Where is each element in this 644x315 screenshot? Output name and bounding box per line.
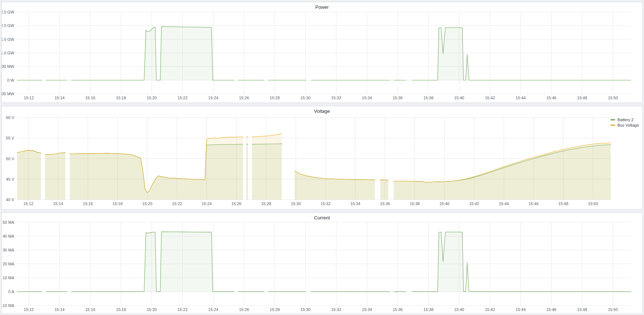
x-axis-tick-label: 15:20 — [147, 96, 157, 100]
x-axis-tick-label: 15:12 — [24, 96, 34, 100]
x-axis-tick-label: 15:38 — [424, 96, 434, 100]
x-axis-tick-label: 15:44 — [516, 307, 526, 312]
y-axis-tick-label: 50 MA — [3, 220, 14, 224]
y-axis-tick-label: -500 MW — [2, 92, 15, 96]
x-axis-tick-label: 15:50 — [608, 96, 618, 100]
legend-label: Bus Voltage — [617, 123, 639, 127]
y-axis-tick-label: 40 MA — [3, 234, 14, 238]
x-axis-tick-label: 15:34 — [350, 201, 360, 206]
x-axis-tick-label: 15:36 — [393, 96, 403, 100]
current-chart-plot[interactable]: 50 MA40 MA30 MA20 MA10 MA0 A-10 MA15:121… — [2, 213, 642, 314]
x-axis-tick-label: 15:32 — [331, 96, 341, 100]
current-panel: Current 50 MA40 MA30 MA20 MA10 MA0 A-10 … — [1, 212, 643, 314]
y-axis-tick-label: 50 V — [6, 157, 14, 161]
x-axis-tick-label: 15:12 — [23, 201, 34, 206]
current-chart-svg: 50 MA40 MA30 MA20 MA10 MA0 A-10 MA15:121… — [2, 213, 642, 314]
series-area-bus-voltage — [45, 153, 66, 200]
x-axis-tick-label: 15:22 — [172, 201, 182, 206]
x-axis-tick-label: 15:16 — [85, 307, 95, 312]
legend: Battery 2Bus Voltage — [610, 118, 639, 127]
x-axis-tick-label: 15:30 — [291, 201, 301, 206]
x-axis-tick-label: 15:42 — [469, 201, 479, 206]
power-chart-plot[interactable]: 2.5 GW2.0 GW1.5 GW1.0 GW500 MW0 W-500 MW… — [2, 2, 642, 103]
x-axis-tick-label: 15:28 — [270, 96, 280, 100]
x-axis-tick-label: 15:36 — [380, 201, 390, 206]
x-axis-tick-label: 15:20 — [147, 307, 157, 312]
series-area-bus-voltage — [252, 134, 282, 200]
y-axis-tick-label: 0 W — [7, 78, 14, 82]
y-axis-tick-label: 60 V — [6, 115, 14, 120]
legend-item-battery-2[interactable]: Battery 2 — [610, 118, 639, 122]
legend-label: Battery 2 — [617, 118, 633, 122]
y-axis-tick-label: 40 V — [6, 197, 14, 202]
y-axis-tick-label: 20 MA — [3, 262, 14, 266]
x-axis-tick-label: 15:26 — [239, 96, 249, 100]
x-axis-tick-label: 15:38 — [410, 201, 420, 206]
x-axis-tick-label: 15:18 — [113, 201, 123, 206]
voltage-chart-svg: 60 V55 V50 V45 V40 V15:1215:1415:1615:18… — [2, 106, 642, 209]
x-axis-tick-label: 15:18 — [116, 96, 126, 100]
x-axis-tick-label: 15:28 — [270, 307, 280, 312]
power-panel: Power 2.5 GW2.0 GW1.5 GW1.0 GW500 MW0 W-… — [1, 2, 643, 103]
x-axis-tick-label: 15:32 — [321, 201, 331, 206]
x-axis-tick-label: 15:42 — [485, 96, 495, 100]
x-axis-tick-label: 15:36 — [393, 307, 403, 312]
x-axis-tick-label: 15:34 — [362, 96, 372, 100]
x-axis-tick-label: 15:40 — [454, 96, 464, 100]
x-axis-tick-label: 15:48 — [558, 201, 569, 206]
x-axis-tick-label: 15:18 — [116, 307, 126, 312]
legend-item-bus-voltage[interactable]: Bus Voltage — [610, 123, 639, 127]
y-axis-tick-label: 500 MW — [2, 64, 15, 69]
x-axis-tick-label: 15:40 — [440, 201, 450, 206]
y-axis-tick-label: 45 V — [6, 177, 14, 181]
voltage-chart-plot[interactable]: 60 V55 V50 V45 V40 V15:1215:1415:1615:18… — [2, 106, 642, 209]
x-axis-tick-label: 15:48 — [577, 307, 588, 312]
x-axis-tick-label: 15:32 — [331, 307, 341, 312]
x-axis-tick-label: 15:40 — [454, 307, 464, 312]
x-axis-tick-label: 15:24 — [208, 96, 218, 100]
legend-swatch-icon — [610, 119, 615, 120]
x-axis-tick-label: 15:22 — [177, 96, 188, 100]
x-axis-tick-label: 15:42 — [485, 307, 495, 312]
y-axis-tick-label: 1.0 GW — [2, 51, 15, 55]
series-area-bus-voltage — [246, 137, 248, 200]
y-axis-tick-label: 2.5 GW — [2, 10, 15, 14]
y-axis-tick-label: 55 V — [6, 136, 14, 140]
power-chart-svg: 2.5 GW2.0 GW1.5 GW1.0 GW500 MW0 W-500 MW… — [2, 2, 642, 103]
series-area-power — [71, 27, 234, 80]
x-axis-tick-label: 15:46 — [546, 307, 557, 312]
y-axis-tick-label: -10 MA — [2, 303, 15, 308]
voltage-panel: Voltage 60 V55 V50 V45 V40 V15:1215:1415… — [1, 106, 643, 210]
x-axis-tick-label: 15:22 — [177, 307, 188, 312]
x-axis-tick-label: 15:26 — [239, 307, 249, 312]
x-axis-tick-label: 15:16 — [83, 201, 93, 206]
y-axis-tick-label: 1.5 GW — [2, 37, 15, 42]
x-axis-tick-label: 15:44 — [516, 96, 526, 100]
y-axis-tick-label: 10 MA — [3, 276, 14, 280]
x-axis-tick-label: 15:46 — [546, 96, 557, 100]
x-axis-tick-label: 15:50 — [588, 201, 598, 206]
x-axis-tick-label: 15:20 — [142, 201, 152, 206]
x-axis-tick-label: 15:28 — [261, 201, 271, 206]
x-axis-tick-label: 15:50 — [608, 307, 618, 312]
x-axis-tick-label: 15:24 — [208, 307, 218, 312]
series-area-bus-voltage — [70, 137, 243, 200]
x-axis-tick-label: 15:44 — [499, 201, 509, 206]
series-area-bus-voltage — [17, 150, 41, 200]
series-area-current — [71, 232, 234, 292]
x-axis-tick-label: 15:30 — [300, 307, 311, 312]
x-axis-tick-label: 15:14 — [55, 96, 65, 100]
x-axis-tick-label: 15:46 — [528, 201, 539, 206]
legend-swatch-icon — [610, 124, 615, 126]
y-axis-tick-label: 2.0 GW — [2, 23, 15, 28]
x-axis-tick-label: 15:24 — [202, 201, 212, 206]
x-axis-tick-label: 15:30 — [300, 96, 311, 100]
series-line-bus-voltage — [380, 180, 388, 180]
x-axis-tick-label: 15:12 — [24, 307, 34, 312]
series-area-bus-voltage — [295, 171, 375, 200]
x-axis-tick-label: 15:14 — [53, 201, 63, 206]
x-axis-tick-label: 15:48 — [577, 96, 588, 100]
y-axis-tick-label: 0 A — [8, 289, 15, 294]
x-axis-tick-label: 15:26 — [231, 201, 242, 206]
series-area-bus-voltage — [380, 180, 388, 200]
